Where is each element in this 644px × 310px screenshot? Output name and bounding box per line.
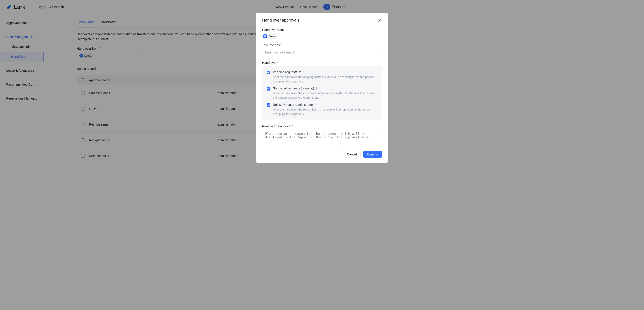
cancel-button[interactable]: Cancel <box>343 151 352 158</box>
handover-item-roles: Roles: Process administrator After the h… <box>266 103 352 116</box>
handover-item-title: Submitted requests (ongoing): 2 <box>273 86 352 90</box>
modal-overlay: Hand over approvals Hand over from D Dan… <box>0 0 352 169</box>
handover-item-title: Pending requests: 2 <box>273 70 352 74</box>
modal-from-chip: D Dana <box>262 34 278 39</box>
modal-from-name: Dana <box>269 35 276 38</box>
hand-over-items-label: Hand over* <box>262 61 352 64</box>
checkbox-submitted[interactable] <box>266 87 270 91</box>
handover-items-panel: Pending requests: 2 After the handover, … <box>262 66 352 119</box>
reason-textarea[interactable] <box>262 130 352 141</box>
handover-item-submitted: Submitted requests (ongoing): 2 After th… <box>266 86 352 100</box>
take-over-input[interactable] <box>262 49 352 56</box>
handover-item-desc: After the handover, the role of Dana in … <box>273 107 352 116</box>
take-over-label: Take over by* <box>262 43 352 47</box>
handover-item-pending: Pending requests: 2 After the handover, … <box>266 70 352 84</box>
handover-item-title: Roles: Process administrator <box>273 103 352 106</box>
handover-modal: Hand over approvals Hand over from D Dan… <box>256 13 352 163</box>
modal-from-label: Hand over from <box>262 28 352 32</box>
modal-title: Hand over approvals <box>262 18 299 23</box>
checkbox-roles[interactable] <box>266 103 270 107</box>
handover-item-desc: After the handover, the ongoing tasks of… <box>273 75 352 84</box>
handover-item-desc: After the handover, the incomplete appro… <box>273 91 352 100</box>
checkbox-pending[interactable] <box>266 71 270 74</box>
reason-label: Reason for handover* <box>262 124 352 128</box>
avatar-mini: D <box>263 34 267 38</box>
